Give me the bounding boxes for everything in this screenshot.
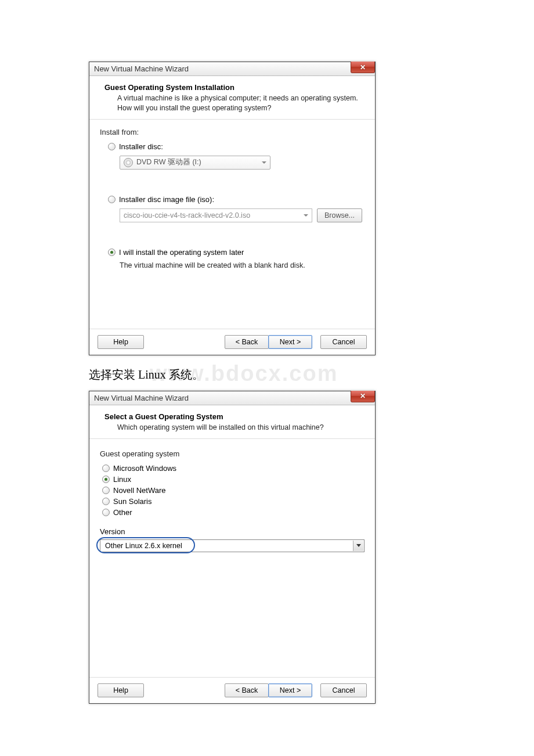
radio-label: Other [113,508,132,517]
radio-label: Microsoft Windows [113,464,176,473]
wizard-dialog-install: New Virtual Machine Wizard ✕ Guest Opera… [89,62,376,355]
wizard-dialog-select-os: New Virtual Machine Wizard ✕ Select a Gu… [89,391,376,704]
wizard-header: Select a Guest Operating System Which op… [89,405,375,439]
wizard-header: Guest Operating System Installation A vi… [89,76,375,120]
radio-iso-file[interactable]: Installer disc image file (iso): [108,195,365,204]
chevron-down-icon [262,161,266,164]
version-value: Other Linux 2.6.x kernel [105,542,182,550]
guest-os-group-label: Guest operating system [100,449,365,458]
browse-label: Browse... [324,211,355,219]
radio-label: Linux [113,475,131,484]
radio-os-other[interactable]: Other [102,508,365,517]
install-from-label: Install from: [100,128,365,136]
caption-text: 选择安装 Linux 系统。 www.bdocx.com [89,367,445,383]
install-later-description: The virtual machine will be created with… [120,261,365,269]
guest-os-radio-group: Microsoft Windows Linux Novell NetWare S… [100,464,365,517]
disc-drive-dropdown[interactable]: DVD RW 驱动器 (I:) [120,156,270,170]
titlebar[interactable]: New Virtual Machine Wizard ✕ [89,391,375,405]
browse-button[interactable]: Browse... [317,208,362,222]
cancel-button[interactable]: Cancel [320,683,367,697]
radio-label: Installer disc: [119,142,163,151]
back-button[interactable]: < Back [225,683,269,697]
dropdown-button[interactable] [353,541,363,551]
disc-drive-value: DVD RW 驱动器 (I:) [136,157,201,167]
radio-icon [102,487,110,494]
back-button[interactable]: < Back [225,335,269,349]
cancel-button[interactable]: Cancel [320,335,367,349]
window-title: New Virtual Machine Wizard [94,64,189,73]
wizard-body: Guest operating system Microsoft Windows… [89,439,375,677]
caption-label: 选择安装 Linux 系统。 [89,368,204,381]
radio-install-later[interactable]: I will install the operating system late… [108,248,365,257]
help-button[interactable]: Help [98,335,144,349]
radio-icon [102,509,110,516]
next-button[interactable]: Next > [268,335,312,349]
radio-os-novell[interactable]: Novell NetWare [102,486,365,495]
wizard-header-title: Select a Guest Operating System [104,412,366,421]
chevron-down-icon [356,544,361,547]
version-dropdown[interactable]: Other Linux 2.6.x kernel [100,539,365,552]
radio-icon [108,143,116,150]
wizard-footer: Help < Back Next > Cancel [89,329,375,355]
window-title: New Virtual Machine Wizard [94,394,189,402]
help-button[interactable]: Help [98,683,144,697]
radio-icon [102,498,110,505]
radio-label: I will install the operating system late… [119,248,244,257]
radio-icon [108,249,116,256]
wizard-header-subtitle: Which operating system will be installed… [104,423,366,433]
radio-label: Installer disc image file (iso): [119,195,214,204]
radio-os-solaris[interactable]: Sun Solaris [102,497,365,506]
wizard-body: Install from: Installer disc: DVD RW 驱动器… [89,120,375,329]
close-button[interactable]: ✕ [351,62,375,73]
iso-path-value: cisco-iou-ccie-v4-ts-rack-livecd-v2.0.is… [124,211,250,219]
radio-os-windows[interactable]: Microsoft Windows [102,464,365,473]
iso-path-combobox[interactable]: cisco-iou-ccie-v4-ts-rack-livecd-v2.0.is… [120,208,312,222]
radio-os-linux[interactable]: Linux [102,475,365,484]
close-icon: ✕ [360,63,366,71]
next-button[interactable]: Next > [268,683,312,697]
chevron-down-icon [304,214,308,217]
version-label: Version [100,527,365,536]
radio-installer-disc[interactable]: Installer disc: [108,142,365,151]
wizard-footer: Help < Back Next > Cancel [89,677,375,703]
radio-label: Novell NetWare [113,486,166,495]
radio-label: Sun Solaris [113,497,151,506]
close-icon: ✕ [360,392,366,400]
titlebar[interactable]: New Virtual Machine Wizard ✕ [89,62,375,76]
wizard-header-subtitle: A virtual machine is like a physical com… [104,93,366,113]
radio-icon [102,465,110,472]
radio-icon [102,476,110,483]
disc-icon [124,158,133,167]
close-button[interactable]: ✕ [351,391,375,402]
wizard-header-title: Guest Operating System Installation [104,83,366,92]
radio-icon [108,196,116,203]
